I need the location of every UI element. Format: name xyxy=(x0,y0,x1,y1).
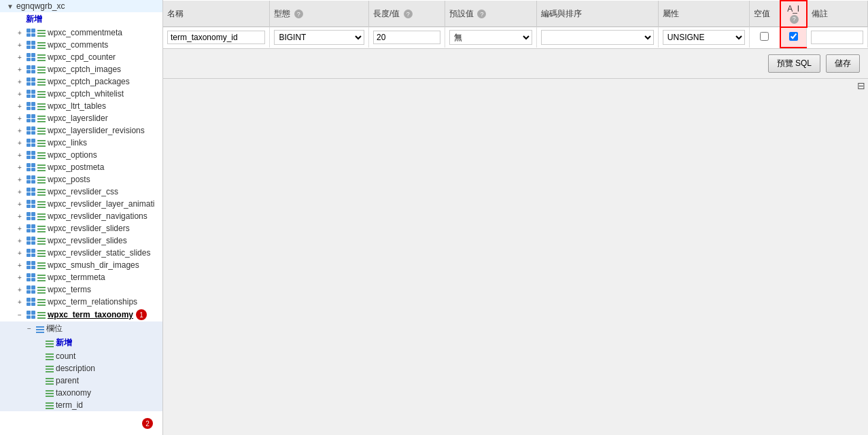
plus-icon: + xyxy=(15,285,24,294)
sidebar-item-wpxc-revslider-slides[interactable]: + wpxc_revslider_slides xyxy=(0,234,162,247)
svg-rect-78 xyxy=(31,163,35,167)
sidebar-item-wpxc-terms[interactable]: + wpxc_terms xyxy=(0,283,162,296)
svg-rect-15 xyxy=(31,53,35,57)
svg-rect-180 xyxy=(46,378,54,379)
new-column-icon xyxy=(45,339,54,347)
sidebar-item-wpxc-revslider-layer[interactable]: + wpxc_revslider_layer_animati xyxy=(0,198,162,210)
column-icon xyxy=(37,249,46,257)
sidebar-item-wpxc-revslider-static[interactable]: + wpxc_revslider_static_slides xyxy=(0,247,162,259)
sidebar-item-columns-group[interactable]: − 欄位 xyxy=(0,321,162,336)
svg-rect-20 xyxy=(37,60,46,61)
sidebar-item-wpxc-term-relationships[interactable]: + wpxc_term_relationships xyxy=(0,296,162,308)
svg-rect-188 xyxy=(46,408,54,409)
sidebar-item-wpxc-options[interactable]: + wpxc_options xyxy=(0,149,162,161)
svg-rect-84 xyxy=(27,175,31,179)
save-button[interactable]: 儲存 xyxy=(826,54,860,73)
type-help-icon[interactable]: ? xyxy=(294,10,303,18)
table-icon xyxy=(26,199,37,209)
sidebar-item-wpxc-postmeta[interactable]: + wpxc_postmeta xyxy=(0,161,162,173)
column-icon xyxy=(37,139,46,147)
default-select[interactable]: 無 NULL CURRENT_TIMESTAMP xyxy=(449,30,532,45)
sidebar-item-wpxc-revslider-sliders[interactable]: + wpxc_revslider_sliders xyxy=(0,222,162,234)
sidebar-item-wpxc-comments[interactable]: + wpxc_comments xyxy=(0,39,162,51)
sidebar-item-wpxc-cpd-counter[interactable]: + wpxc_cpd_counter xyxy=(0,51,162,63)
sidebar-item-new-column[interactable]: 新增 xyxy=(0,336,162,350)
svg-rect-42 xyxy=(27,102,31,106)
column-icon xyxy=(37,114,46,122)
svg-rect-74 xyxy=(37,152,46,154)
svg-rect-134 xyxy=(31,261,35,265)
sidebar-item-label: wpxc_cpd_counter xyxy=(48,52,116,62)
svg-rect-82 xyxy=(37,167,46,169)
length-help-icon[interactable]: ? xyxy=(404,10,413,18)
collapse-icon[interactable]: ⊟ xyxy=(857,80,865,91)
table-icon xyxy=(26,175,37,184)
length-input[interactable] xyxy=(373,31,440,44)
svg-rect-1 xyxy=(31,29,35,33)
svg-rect-37 xyxy=(27,94,31,98)
svg-rect-104 xyxy=(37,207,46,208)
sidebar-item-wpxc-layerslider-revisions[interactable]: + wpxc_layerslider_revisions xyxy=(0,124,162,137)
null-checkbox[interactable] xyxy=(760,32,769,41)
sidebar-item-wpxc-commentmeta[interactable]: + wpxc_commentmeta xyxy=(0,27,162,39)
default-help-icon[interactable]: ? xyxy=(477,10,486,18)
col-count-label: count xyxy=(56,351,75,361)
column-icon xyxy=(37,151,46,159)
sidebar-item-label: wpxc_layerslider xyxy=(48,114,108,123)
sidebar-item-label: wpxc_commentmeta xyxy=(48,28,122,37)
sidebar-item-col-taxonomy[interactable]: taxonomy xyxy=(0,387,162,399)
comment-input[interactable] xyxy=(811,31,863,44)
svg-rect-159 xyxy=(37,302,46,303)
sidebar-item-wpxc-cptch-images[interactable]: + wpxc_cptch_images xyxy=(0,63,162,75)
sidebar-item-col-count[interactable]: count xyxy=(0,350,162,362)
columns-group-label: 欄位 xyxy=(46,323,63,334)
name-input[interactable] xyxy=(167,31,265,44)
col-taxonomy-label: taxonomy xyxy=(56,388,91,398)
svg-rect-121 xyxy=(27,241,31,245)
type-select[interactable]: BIGINT INT VARCHAR TEXT xyxy=(274,30,364,45)
column-icon xyxy=(37,65,46,73)
minus-icon: − xyxy=(15,310,24,319)
svg-rect-109 xyxy=(37,213,46,215)
sidebar-item-wpxc-links[interactable]: + wpxc_links xyxy=(0,137,162,149)
table-icon xyxy=(26,248,37,258)
sidebar-item-label: wpxc_cptch_images xyxy=(48,65,121,74)
ai-checkbox[interactable] xyxy=(789,32,798,41)
sidebar-item-wpxc-ltrt-tables[interactable]: + wpxc_ltrt_tables xyxy=(0,100,162,112)
column-icon xyxy=(37,126,46,135)
svg-rect-86 xyxy=(27,180,31,184)
sidebar-item-new[interactable]: 新增 xyxy=(0,12,162,27)
attr-select[interactable]: UNSIGNE UNSIGNED ZEROFILL xyxy=(663,30,745,45)
sidebar-item-wpxc-term-taxonomy[interactable]: − wpxc_term_taxonomy 1 xyxy=(0,308,162,321)
svg-rect-182 xyxy=(46,383,54,385)
sidebar-item-col-parent[interactable]: parent xyxy=(0,375,162,387)
header-type: 型態 ? xyxy=(270,1,369,27)
sidebar-item-db[interactable]: ▼ egnqwgrb_xc xyxy=(0,0,162,12)
svg-rect-111 xyxy=(37,219,46,220)
preview-sql-button[interactable]: 預覽 SQL xyxy=(768,54,820,73)
ai-help-icon[interactable]: ? xyxy=(790,15,799,24)
sidebar-item-wpxc-smush[interactable]: + wpxc_smush_dir_images xyxy=(0,259,162,271)
svg-rect-106 xyxy=(31,212,35,216)
expand-icon xyxy=(15,15,24,24)
sidebar-item-wpxc-cptch-whitelist[interactable]: + wpxc_cptch_whitelist xyxy=(0,88,162,100)
svg-rect-71 xyxy=(31,151,35,155)
svg-rect-174 xyxy=(46,353,54,355)
sidebar-item-wpxc-layerslider[interactable]: + wpxc_layerslider xyxy=(0,112,162,124)
sidebar-item-wpxc-termmeta[interactable]: + wpxc_termmeta xyxy=(0,271,162,283)
sidebar-item-wpxc-cptch-packages[interactable]: + wpxc_cptch_packages xyxy=(0,75,162,88)
svg-rect-139 xyxy=(37,268,46,269)
sidebar-item-wpxc-posts[interactable]: + wpxc_posts xyxy=(0,173,162,186)
svg-rect-40 xyxy=(37,94,46,95)
sidebar-item-wpxc-revslider-css[interactable]: + wpxc_revslider_css xyxy=(0,186,162,198)
svg-rect-123 xyxy=(37,238,46,239)
svg-rect-7 xyxy=(27,41,31,45)
sidebar-item-wpxc-revslider-navigations[interactable]: + wpxc_revslider_navigations xyxy=(0,210,162,222)
sidebar-new-label: 新增 xyxy=(26,14,42,25)
encoding-select[interactable]: utf8_general_ci xyxy=(541,30,654,45)
sidebar-item-col-description[interactable]: description xyxy=(0,362,162,375)
svg-rect-173 xyxy=(46,346,54,347)
svg-rect-6 xyxy=(37,35,46,37)
sidebar-item-col-term-id[interactable]: term_id xyxy=(0,399,162,411)
svg-rect-28 xyxy=(27,77,31,82)
